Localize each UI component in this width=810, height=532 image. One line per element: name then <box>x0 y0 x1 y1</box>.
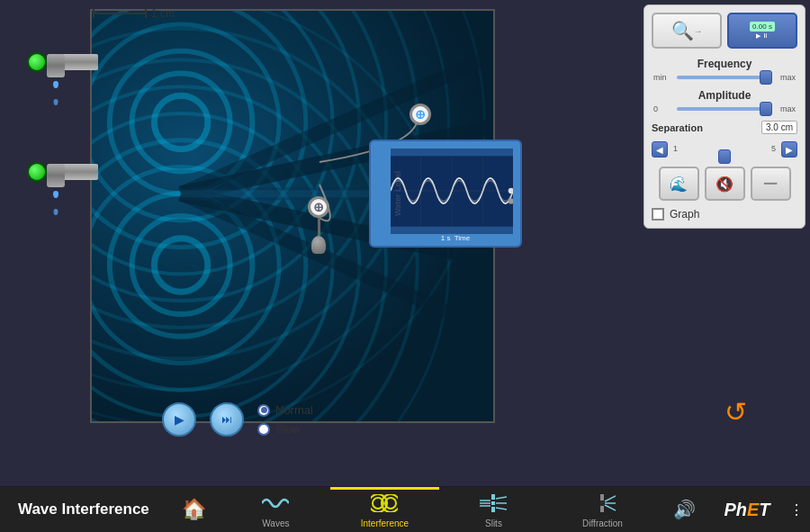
slow-speed-radio[interactable]: Slow <box>257 422 313 436</box>
ruler-line <box>93 13 147 14</box>
graph-checkbox-row: Graph <box>652 208 797 221</box>
timer-controls: ▶ ⏸ <box>756 32 769 40</box>
slow-speed-label: Slow <box>275 422 301 436</box>
magnifier-icon: 🔍 <box>671 20 694 41</box>
slits-label: Slits <box>485 518 502 528</box>
svg-line-51 <box>605 505 616 510</box>
home-button[interactable]: 🏠 <box>167 487 221 532</box>
source-bottom[interactable] <box>27 162 98 182</box>
magnifier-button[interactable]: 🔍 → <box>652 13 722 49</box>
nav-waves[interactable]: Waves <box>221 487 330 532</box>
graph-svg <box>391 149 513 234</box>
separation-value: 3.0 cm <box>761 121 797 134</box>
magnifier-arrow: → <box>694 26 703 36</box>
separation-slider-container: 1 5 <box>671 144 778 155</box>
probe-head-bottom[interactable]: ⊕ <box>308 196 329 218</box>
separation-thumb[interactable] <box>718 149 731 164</box>
water-icon: 🌊 <box>670 176 688 193</box>
nav-title: Wave Interference <box>0 487 167 532</box>
separation-controls-row: ◀ 1 5 ▶ <box>652 141 797 158</box>
source-dot-top[interactable] <box>27 52 47 72</box>
nav-interference[interactable]: Interference <box>330 487 439 532</box>
nav-more-button[interactable]: ⋮ <box>783 487 810 532</box>
timer-button[interactable]: 0.00 s ▶ ⏸ <box>727 13 797 49</box>
droplet-top-2 <box>54 99 58 105</box>
frequency-track[interactable] <box>677 76 772 79</box>
normal-radio-outer <box>257 404 270 417</box>
interference-icon <box>371 494 398 517</box>
frequency-slider-row: min max <box>652 73 797 82</box>
phet-logo-text: PhET <box>724 500 770 520</box>
play-button[interactable]: ▶ <box>162 402 196 437</box>
normal-speed-label: Normal <box>275 403 313 417</box>
amplitude-label: Amplitude <box>652 89 797 102</box>
probe-bottom[interactable]: ⊕ <box>308 196 329 254</box>
svg-rect-39 <box>491 501 495 505</box>
slits-icon <box>480 494 507 517</box>
frequency-min-label: min <box>653 73 673 82</box>
amplitude-thumb[interactable] <box>760 102 772 116</box>
amplitude-max-label: max <box>776 104 796 113</box>
svg-line-46 <box>496 508 507 509</box>
separation-decrease-button[interactable]: ◀ <box>652 141 668 158</box>
graph-inner <box>391 149 513 234</box>
probe-stick <box>318 218 320 236</box>
nav-more-icon: ⋮ <box>789 501 804 518</box>
amplitude-fill <box>677 107 772 111</box>
pipe-body-top <box>49 54 98 70</box>
pipe-nozzle-top <box>47 54 65 77</box>
svg-rect-38 <box>491 494 495 500</box>
frequency-thumb[interactable] <box>760 70 772 85</box>
graph-checkbox[interactable] <box>652 208 664 221</box>
probe-crosshair-bottom: ⊕ <box>313 200 324 214</box>
play-icon: ▶ <box>175 412 184 427</box>
bottom-controls: ▶ ⏭ Normal Slow <box>162 402 313 437</box>
probe-top[interactable]: ⊕ <box>410 104 431 125</box>
timer-play-icon: ▶ <box>756 32 760 40</box>
interference-label: Interference <box>361 518 409 528</box>
source-top[interactable] <box>27 52 98 72</box>
output-buttons: 🌊 🔇 ━━ <box>652 167 797 201</box>
frequency-label: Frequency <box>652 58 797 70</box>
frequency-fill <box>677 76 772 79</box>
refresh-icon: ↺ <box>724 397 747 427</box>
sound-toggle-icon: 🔊 <box>673 499 696 520</box>
graph-checkbox-label: Graph <box>670 208 699 221</box>
separation-row: Separation 3.0 cm <box>652 121 797 134</box>
phet-logo[interactable]: PhET <box>711 487 783 532</box>
probe-bulb <box>311 236 326 254</box>
nav-bar: Wave Interference 🏠 Waves Interference <box>0 487 810 532</box>
diffraction-icon <box>589 494 616 517</box>
right-panel: 🔍 → 0.00 s ▶ ⏸ Frequency min max Amplitu… <box>644 5 806 229</box>
svg-line-44 <box>496 497 507 499</box>
separation-increase-button[interactable]: ▶ <box>781 141 797 158</box>
source-dot-bottom[interactable] <box>27 162 47 182</box>
timer-step-icon: ⏸ <box>762 32 769 40</box>
ruler: 1 cm <box>93 7 175 20</box>
svg-line-49 <box>605 496 616 501</box>
light-button[interactable]: ━━ <box>751 167 791 201</box>
nav-slits[interactable]: Slits <box>439 487 548 532</box>
graph-x-label: 1 s Time <box>391 234 520 242</box>
nav-diffraction[interactable]: Diffraction <box>548 487 657 532</box>
pipe-nozzle-bottom <box>47 164 65 187</box>
slow-radio-outer <box>257 423 270 436</box>
probe-crosshair-top: ⊕ <box>415 107 426 122</box>
panel-top-controls: 🔍 → 0.00 s ▶ ⏸ <box>652 13 797 49</box>
separation-min-label: 1 <box>673 144 678 153</box>
amplitude-min-label: 0 <box>653 104 673 113</box>
step-button[interactable]: ⏭ <box>210 402 244 437</box>
probe-head-top[interactable]: ⊕ <box>410 104 431 125</box>
droplet-top-1 <box>53 81 58 88</box>
svg-rect-40 <box>491 507 495 512</box>
light-icon: ━━ <box>764 177 777 190</box>
normal-speed-radio[interactable]: Normal <box>257 403 313 417</box>
diffraction-label: Diffraction <box>582 518 623 528</box>
sound-toggle-button[interactable]: 🔊 <box>657 487 711 532</box>
sound-icon: 🔇 <box>716 176 734 193</box>
amplitude-track[interactable] <box>677 107 772 111</box>
refresh-button[interactable]: ↺ <box>724 396 747 428</box>
sound-button[interactable]: 🔇 <box>705 167 745 201</box>
water-button[interactable]: 🌊 <box>659 167 699 201</box>
speed-controls: Normal Slow <box>257 403 313 436</box>
